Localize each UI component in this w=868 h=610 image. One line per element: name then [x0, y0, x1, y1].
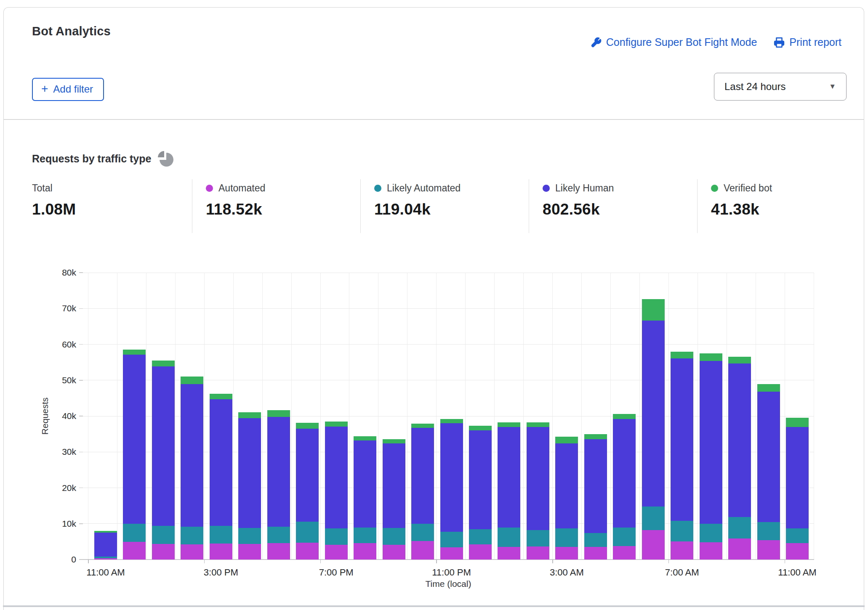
- bar-20-7-00-am[interactable]: [671, 352, 693, 560]
- y-tick-label: 20k: [43, 483, 76, 493]
- verified_bot-segment: [123, 350, 146, 355]
- likely_automated-segment: [498, 528, 520, 547]
- time-range-select[interactable]: Last 24 hours ▼: [714, 73, 847, 101]
- stat-divider: [697, 179, 698, 233]
- bar-7-6-00-pm[interactable]: [296, 423, 319, 560]
- bar-2-1-00-pm[interactable]: [152, 361, 175, 560]
- verified_bot-segment: [728, 357, 751, 363]
- automated-segment: [700, 542, 722, 560]
- print-report-link[interactable]: Print report: [774, 36, 841, 48]
- configure-link-label: Configure Super Bot Fight Mode: [606, 36, 757, 48]
- bar-16-3-00-am[interactable]: [555, 437, 578, 560]
- x-tick-label: 3:00 PM: [192, 567, 250, 578]
- y-tick: [79, 452, 83, 453]
- bar-24-11-00-am[interactable]: [786, 418, 809, 560]
- bar-22-9-00-am[interactable]: [728, 357, 751, 560]
- likely_human-segment: [152, 366, 175, 526]
- likely_automated-segment: [181, 527, 203, 544]
- pie-chart-icon: [157, 151, 173, 167]
- automated-segment: [498, 547, 520, 560]
- likely_automated-segment: [613, 528, 636, 546]
- automated-segment: [555, 547, 578, 560]
- add-filter-button[interactable]: + Add filter: [32, 78, 104, 101]
- likely_automated-segment: [440, 532, 463, 547]
- bar-5-4-00-pm[interactable]: [238, 412, 261, 560]
- bar-4-3-00-pm[interactable]: [210, 394, 232, 560]
- likely_automated-segment: [527, 530, 549, 546]
- likely_automated-segment: [123, 524, 146, 542]
- add-filter-label: Add filter: [53, 83, 93, 95]
- y-tick: [79, 416, 83, 416]
- verified_bot-segment: [383, 439, 405, 443]
- stat-label: Total: [32, 183, 53, 194]
- likely_human-segment: [584, 439, 607, 533]
- stat-label: Verified bot: [724, 183, 772, 194]
- stat-verified-bot: Verified bot 41.38k: [711, 181, 772, 218]
- y-tick-label: 0: [43, 554, 76, 565]
- y-tick-label: 10k: [43, 519, 76, 529]
- stat-label: Likely Human: [555, 183, 614, 194]
- bar-17-4-00-am[interactable]: [584, 434, 607, 560]
- automated-segment: [786, 543, 809, 560]
- bar-6-5-00-pm[interactable]: [267, 410, 290, 560]
- bar-18-5-00-am[interactable]: [613, 414, 636, 560]
- bar-8-7-00-pm[interactable]: [325, 422, 348, 560]
- y-tick: [79, 308, 83, 309]
- verified_bot-segment: [210, 394, 232, 399]
- automated-segment: [440, 547, 463, 560]
- y-tick: [79, 272, 83, 273]
- verified_bot-segment: [642, 299, 665, 321]
- bar-9-8-00-pm[interactable]: [354, 436, 376, 560]
- likely_automated-segment: [210, 526, 232, 544]
- likely_human-segment: [181, 384, 203, 527]
- stat-value: 118.52k: [206, 201, 265, 218]
- stat-divider: [529, 179, 529, 233]
- bar-12-11-00-pm[interactable]: [440, 419, 463, 560]
- verified_bot-segment: [757, 384, 780, 392]
- bar-14-1-00-am[interactable]: [498, 422, 520, 560]
- automated-segment: [671, 541, 693, 560]
- automated-segment: [354, 543, 376, 560]
- likely_automated-segment: [296, 522, 319, 543]
- h-gridline: [83, 273, 814, 273]
- x-tick-label: 11:00 AM: [768, 567, 827, 578]
- bar-3-2-00-pm[interactable]: [181, 377, 203, 560]
- configure-super-bot-fight-mode-link[interactable]: Configure Super Bot Fight Mode: [591, 36, 757, 48]
- likely_human-segment: [527, 427, 549, 530]
- likely_human-segment: [786, 427, 809, 528]
- verified_bot-segment: [584, 434, 607, 439]
- likely_human-segment: [383, 443, 405, 528]
- y-tick-label: 50k: [43, 375, 76, 385]
- header-actions: Configure Super Bot Fight Mode Print rep…: [591, 36, 841, 48]
- likely_human-segment: [757, 392, 780, 522]
- automated-segment: [527, 546, 549, 560]
- likely_automated-segment: [671, 521, 693, 541]
- bar-21-8-00-am[interactable]: [700, 353, 722, 560]
- bar-0-11-00-am[interactable]: [94, 531, 117, 560]
- bar-23-10-00-am[interactable]: [757, 384, 780, 560]
- stat-label: Likely Automated: [387, 183, 461, 194]
- automated-segment: [757, 540, 780, 560]
- bar-11-10-00-pm[interactable]: [411, 424, 434, 560]
- bar-13-12-00-am[interactable]: [469, 426, 492, 560]
- verified_bot-segment: [700, 353, 722, 361]
- x-tick-label: 11:00 PM: [422, 567, 481, 578]
- y-tick: [79, 559, 83, 560]
- bar-10-9-00-pm[interactable]: [383, 439, 405, 560]
- likely_human-segment: [440, 423, 463, 532]
- x-tick-label: 3:00 AM: [537, 567, 596, 578]
- y-tick-label: 80k: [43, 268, 76, 278]
- y-tick-label: 60k: [43, 339, 76, 350]
- plus-icon: +: [41, 83, 48, 95]
- likely_automated-segment: [325, 528, 348, 545]
- automated-segment: [238, 544, 261, 560]
- bar-19-6-00-am[interactable]: [642, 299, 665, 560]
- bar-1-12-00-pm[interactable]: [123, 350, 146, 560]
- x-tick: [204, 560, 205, 563]
- stat-value: 802.56k: [543, 201, 614, 218]
- bar-15-2-00-am[interactable]: [527, 422, 549, 560]
- automated-segment: [210, 544, 232, 560]
- automated-segment: [296, 543, 319, 560]
- likely_automated-segment: [584, 533, 607, 547]
- verified_bot-segment: [354, 436, 376, 440]
